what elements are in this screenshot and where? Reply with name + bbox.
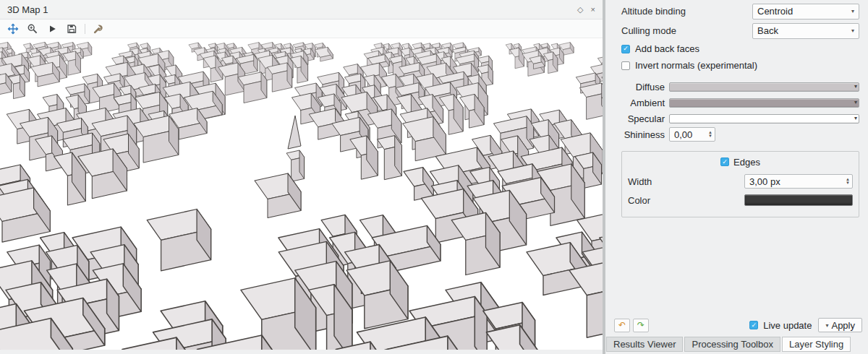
specular-row: Specular ▾ [621, 111, 859, 126]
ambient-row: Ambient ▾ [621, 95, 859, 111]
checkbox-checked-icon [749, 321, 758, 329]
edges-title-label: Edges [733, 157, 760, 168]
specular-label: Specular [621, 113, 665, 124]
diffuse-row: Diffuse ▾ [621, 79, 859, 95]
checkbox-unchecked-icon [621, 61, 630, 70]
qgis-window: 3D Map 1 ◇ × [0, 0, 868, 354]
live-update-checkbox[interactable]: Live update [749, 317, 812, 334]
spinbox-arrows-icon[interactable]: ▲ ▼ [842, 178, 850, 185]
edge-color-button[interactable] [744, 194, 853, 206]
map-toolbar [0, 20, 603, 38]
tab-processing-toolbox[interactable]: Processing Toolbox [684, 337, 780, 352]
chevron-down-icon: ▾ [854, 83, 857, 90]
altitude-binding-value: Centroid [757, 6, 793, 17]
add-back-faces-label: Add back faces [635, 43, 699, 54]
spin-down-icon[interactable]: ▼ [708, 134, 712, 138]
culling-mode-row: Culling mode Back ▾ [621, 21, 859, 40]
edges-checkbox[interactable] [720, 157, 729, 166]
diffuse-label: Diffuse [621, 82, 665, 92]
ambient-color-button[interactable]: ▾ [669, 98, 859, 108]
undo-button[interactable]: ↶ [614, 319, 630, 332]
culling-mode-label: Culling mode [621, 25, 676, 36]
specular-color-button[interactable]: ▾ [669, 114, 859, 124]
invert-normals-checkbox[interactable]: Invert normals (experimental) [621, 57, 859, 74]
culling-mode-value: Back [757, 25, 778, 36]
diffuse-color-button[interactable]: ▾ [669, 82, 859, 92]
styling-options: Altitude binding Centroid ▾ Culling mode… [621, 1, 859, 314]
map-3d-panel: 3D Map 1 ◇ × [0, 0, 603, 350]
map-panel-title: 3D Map 1 [7, 4, 48, 15]
zoom-full-icon[interactable] [26, 22, 39, 35]
chevron-down-icon: ▾ [851, 27, 854, 34]
layer-styling-panel: Altitude binding Centroid ▾ Culling mode… [605, 0, 868, 354]
tab-layer-styling[interactable]: Layer Styling [782, 337, 851, 352]
edge-width-spinbox[interactable]: 3,00 px ▲ ▼ [744, 174, 853, 189]
edge-width-label: Width [628, 176, 652, 187]
panel-dock-controls: ◇ × [577, 6, 595, 14]
edges-group-title: Edges [628, 155, 853, 169]
configure-wrench-icon[interactable] [92, 22, 105, 35]
edge-color-label: Color [628, 195, 650, 206]
chevron-down-icon: ▾ [854, 115, 857, 121]
save-image-icon[interactable] [65, 22, 78, 35]
apply-button-icon: ▾ [825, 322, 828, 329]
camera-control-icon[interactable] [7, 22, 20, 35]
styling-panel-footer: ↶ ↷ Live update ▾ Apply [614, 317, 862, 333]
altitude-binding-row: Altitude binding Centroid ▾ [621, 1, 859, 21]
redo-button[interactable]: ↷ [633, 319, 649, 332]
toolbar-separator [85, 24, 85, 34]
material-section: Diffuse ▾ Ambient ▾ Specular ▾ [621, 79, 859, 142]
map-3d-viewport[interactable] [0, 39, 603, 350]
invert-normals-label: Invert normals (experimental) [635, 60, 757, 71]
spin-down-icon[interactable]: ▼ [846, 181, 850, 185]
edge-color-row: Color [628, 191, 853, 210]
close-panel-icon[interactable]: × [591, 6, 595, 14]
tab-results-viewer[interactable]: Results Viewer [606, 337, 683, 352]
shininess-row: Shininess 0,00 ▲ ▼ [621, 126, 859, 142]
chevron-down-icon: ▾ [854, 99, 857, 105]
map-3d-scene[interactable] [0, 39, 603, 350]
undo-icon: ↶ [618, 320, 626, 330]
culling-mode-select[interactable]: Back ▾ [752, 23, 859, 39]
apply-button-label: Apply [831, 320, 855, 331]
checkbox-checked-icon [621, 45, 630, 53]
float-panel-icon[interactable]: ◇ [577, 6, 583, 14]
map-panel-header: 3D Map 1 ◇ × [0, 0, 603, 20]
add-back-faces-checkbox[interactable]: Add back faces [621, 40, 859, 57]
altitude-binding-label: Altitude binding [621, 6, 686, 17]
live-update-label: Live update [763, 320, 812, 331]
edge-width-value: 3,00 px [749, 176, 780, 187]
edge-width-row: Width 3,00 px ▲ ▼ [628, 172, 853, 191]
apply-button[interactable]: ▾ Apply [818, 318, 862, 332]
spinbox-arrows-icon[interactable]: ▲ ▼ [705, 131, 712, 138]
shininess-label: Shininess [621, 129, 665, 140]
animations-play-icon[interactable] [46, 22, 59, 35]
redo-icon: ↷ [637, 320, 644, 330]
chevron-down-icon: ▾ [851, 8, 854, 14]
ambient-label: Ambient [621, 98, 665, 108]
bottom-tabbar: Results Viewer Processing Toolbox Layer … [606, 337, 851, 352]
edges-group: Edges Width 3,00 px ▲ ▼ Color [621, 151, 859, 217]
altitude-binding-select[interactable]: Centroid ▾ [752, 4, 859, 20]
shininess-spinbox[interactable]: 0,00 ▲ ▼ [669, 127, 715, 142]
shininess-value: 0,00 [674, 129, 692, 140]
